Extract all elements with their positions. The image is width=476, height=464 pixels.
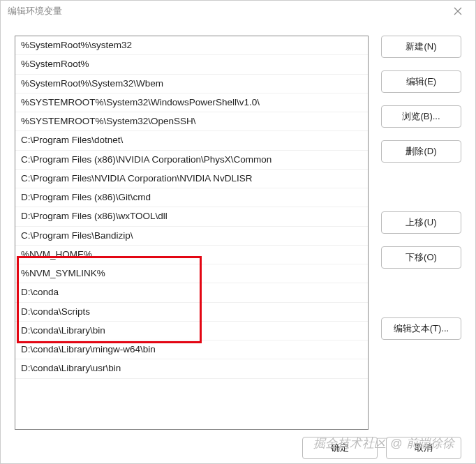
move-down-button[interactable]: 下移(O) bbox=[381, 246, 461, 269]
list-item[interactable]: %SYSTEMROOT%\System32\OpenSSH\ bbox=[15, 112, 368, 131]
new-button[interactable]: 新建(N) bbox=[381, 36, 461, 58]
list-item[interactable]: %SystemRoot%\System32\Wbem bbox=[15, 75, 368, 93]
ok-button[interactable]: 确定 bbox=[302, 437, 378, 459]
dialog-content: %SystemRoot%\system32%SystemRoot%%System… bbox=[1, 22, 475, 437]
list-item[interactable]: D:\conda\Library\usr\bin bbox=[15, 359, 368, 378]
list-item[interactable]: C:\Program Files\Bandizip\ bbox=[15, 227, 368, 246]
list-item[interactable]: %SYSTEMROOT%\System32\WindowsPowerShell\… bbox=[15, 93, 368, 112]
list-item[interactable]: %NVM_HOME% bbox=[15, 246, 368, 264]
delete-button[interactable]: 删除(D) bbox=[381, 140, 461, 163]
list-item[interactable]: %NVM_SYMLINK% bbox=[15, 264, 368, 283]
list-item[interactable]: C:\Program Files\dotnet\ bbox=[15, 131, 368, 150]
move-up-button[interactable]: 上移(U) bbox=[381, 211, 461, 234]
edit-button[interactable]: 编辑(E) bbox=[381, 70, 461, 93]
cancel-button[interactable]: 取消 bbox=[386, 437, 461, 459]
browse-button[interactable]: 浏览(B)... bbox=[381, 105, 461, 128]
list-item[interactable]: D:\Program Files (x86)\Git\cmd bbox=[15, 188, 368, 207]
list-item[interactable]: %SystemRoot% bbox=[15, 55, 368, 74]
dialog-title: 编辑环境变量 bbox=[8, 5, 447, 17]
titlebar: 编辑环境变量 bbox=[1, 1, 475, 22]
close-icon[interactable] bbox=[447, 1, 468, 22]
list-item[interactable]: D:\conda\Library\bin bbox=[15, 322, 368, 340]
dialog-footer: 确定 取消 bbox=[1, 437, 475, 464]
list-item[interactable]: D:\Program Files (x86)\wxTOOL\dll bbox=[15, 207, 368, 226]
path-listbox[interactable]: %SystemRoot%\system32%SystemRoot%%System… bbox=[15, 36, 369, 430]
side-button-column: 新建(N) 编辑(E) 浏览(B)... 删除(D) 上移(U) 下移(O) 编… bbox=[381, 36, 461, 430]
edit-env-var-dialog: 编辑环境变量 %SystemRoot%\system32%SystemRoot%… bbox=[0, 0, 476, 464]
list-item[interactable]: C:\Program Files (x86)\NVIDIA Corporatio… bbox=[15, 151, 368, 170]
list-item[interactable]: D:\conda\Library\mingw-w64\bin bbox=[15, 340, 368, 359]
edit-text-button[interactable]: 编辑文本(T)... bbox=[381, 317, 461, 340]
list-item[interactable]: C:\Program Files\NVIDIA Corporation\NVID… bbox=[15, 170, 368, 188]
list-item[interactable]: %SystemRoot%\system32 bbox=[15, 36, 368, 55]
list-item[interactable]: D:\conda bbox=[15, 283, 368, 302]
list-item[interactable]: D:\conda\Scripts bbox=[15, 303, 368, 322]
